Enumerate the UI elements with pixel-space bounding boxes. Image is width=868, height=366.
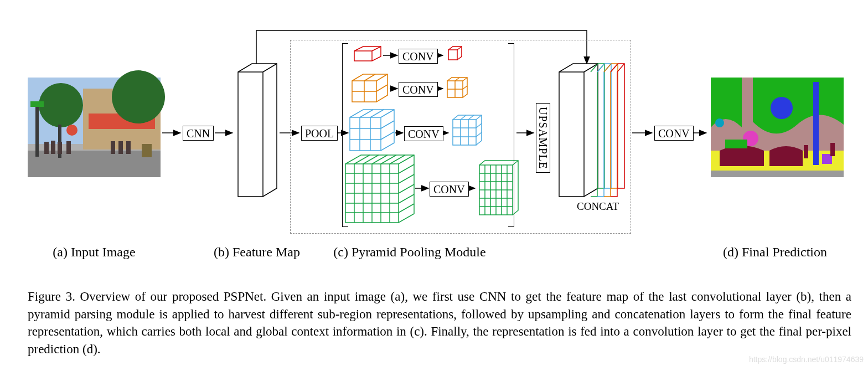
conv-box-1: CONV [399,49,438,64]
label-c: (c) Pyramid Pooling Module [327,245,493,260]
svg-rect-127 [725,140,747,148]
upsample-box: UPSAMPLE [536,103,550,173]
svg-rect-28 [58,142,62,154]
watermark: https://blog.csdn.net/u011974639 [749,355,864,364]
label-a: (a) Input Image [11,245,177,260]
pspnet-architecture-diagram: CNN POOL CONV CONV CONV CONV UPSAMPLE CO… [0,0,868,260]
label-d: (d) Final Prediction [692,245,858,260]
svg-rect-24 [30,101,44,107]
svg-point-124 [771,97,793,119]
conv-box-2: CONV [399,82,438,97]
svg-rect-27 [51,141,55,154]
left-bracket [342,43,348,227]
svg-rect-29 [66,141,71,154]
svg-rect-130 [830,143,835,156]
conv-box-4: CONV [430,182,469,197]
final-prediction-image [711,78,844,177]
input-image [28,70,165,177]
svg-rect-33 [142,144,152,157]
svg-rect-26 [44,142,49,154]
figure-caption: Figure 3. Overview of our proposed PSPNe… [28,288,851,358]
svg-rect-129 [804,145,808,158]
svg-marker-34 [238,64,277,197]
cnn-box: CNN [183,126,214,141]
pool-box: POOL [301,126,338,141]
label-b: (b) Feature Map [174,245,340,260]
concat-label: CONCAT [577,200,619,213]
conv-final-box: CONV [654,126,694,141]
svg-point-20 [39,83,83,127]
svg-point-25 [66,125,78,136]
svg-point-125 [715,118,724,127]
feature-map-cube [238,64,277,197]
svg-rect-23 [35,104,39,157]
svg-rect-32 [126,141,131,154]
right-bracket [508,43,514,227]
conv-box-3: CONV [404,126,443,141]
svg-rect-123 [813,82,819,165]
svg-rect-30 [111,141,115,154]
svg-rect-31 [118,141,123,154]
svg-point-21 [112,70,165,123]
